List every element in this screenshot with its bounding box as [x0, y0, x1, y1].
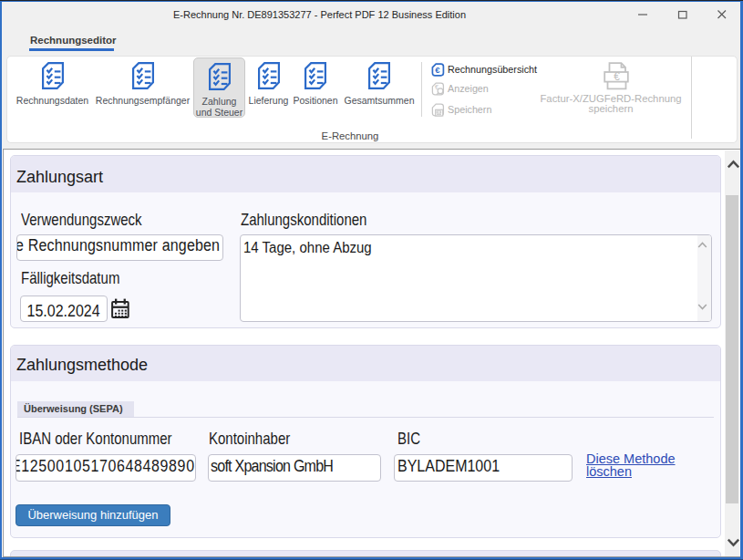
svg-text:€: €	[435, 65, 440, 75]
svg-text:€: €	[614, 70, 620, 83]
